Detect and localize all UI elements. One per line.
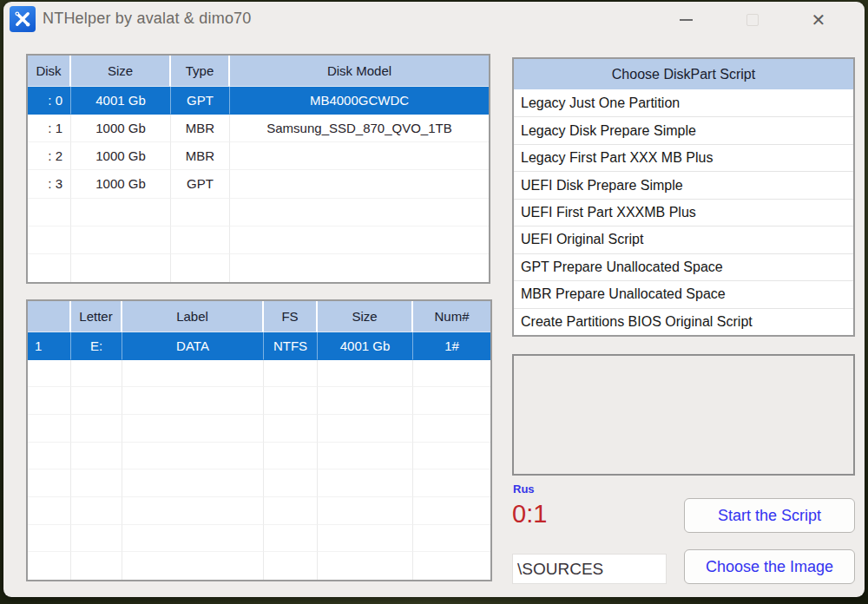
vol-empty-cell xyxy=(264,415,318,443)
vol-row-0-size[interactable]: 4001 Gb xyxy=(318,332,413,360)
diskpart-script-list: Choose DiskPart Script Legacy Just One P… xyxy=(512,57,855,337)
disk-empty-cell xyxy=(28,199,71,226)
vol-header-size: Size xyxy=(318,301,413,332)
disk-row-0-size[interactable]: 4001 Gb xyxy=(71,87,171,115)
disk-empty-cell xyxy=(230,226,489,254)
disk-empty-cell xyxy=(171,226,230,254)
vol-empty-cell xyxy=(28,360,71,388)
app-window: NTHelper by avalat & dimo70 ✕ Disk Size … xyxy=(3,2,865,597)
disk-table: Disk Size Type Disk Model : 0 4001 Gb GP… xyxy=(26,54,490,284)
disk-row-2-disk[interactable]: : 2 xyxy=(28,142,71,170)
language-indicator: Rus xyxy=(513,483,535,496)
app-tools-icon xyxy=(10,6,36,32)
disk-table-header-size: Size xyxy=(71,56,171,87)
disk-empty-cell xyxy=(28,226,71,254)
close-button[interactable]: ✕ xyxy=(799,2,838,38)
disk-empty-cell xyxy=(230,199,489,226)
disk-row-3-type[interactable]: GPT xyxy=(171,170,230,198)
disk-empty-cell xyxy=(171,199,230,226)
choose-image-button[interactable]: Choose the Image xyxy=(684,549,855,584)
vol-empty-cell xyxy=(318,415,413,443)
script-item-legacy-just-one-partition[interactable]: Legacy Just One Partition xyxy=(514,90,853,117)
vol-empty-cell xyxy=(264,443,318,470)
vol-empty-cell xyxy=(28,497,71,525)
script-item-uefi-disk-prepare-simple[interactable]: UEFI Disk Prepare Simple xyxy=(514,172,853,199)
vol-empty-cell xyxy=(28,387,71,415)
disk-row-0-disk[interactable]: : 0 xyxy=(28,87,71,115)
vol-header-label: Label xyxy=(122,301,264,332)
volume-table: Letter Label FS Size Num# 1 E: DATA NTFS… xyxy=(26,299,492,581)
disk-row-2-model[interactable] xyxy=(230,142,489,170)
vol-empty-cell xyxy=(264,387,318,415)
vol-header-letter: Letter xyxy=(71,301,122,332)
disk-table-header-disk: Disk xyxy=(28,56,71,87)
start-script-button[interactable]: Start the Script xyxy=(684,498,855,533)
vol-empty-cell xyxy=(71,525,122,553)
script-item-create-partitions-bios-original-script[interactable]: Create Partitions BIOS Original Script xyxy=(514,309,853,335)
vol-row-0-fs[interactable]: NTFS xyxy=(264,332,318,360)
desktop-background: NTHelper by avalat & dimo70 ✕ Disk Size … xyxy=(0,0,868,604)
vol-row-0-part[interactable]: 1# xyxy=(413,332,490,360)
script-item-uefi-original-script[interactable]: UEFI Original Script xyxy=(514,226,853,253)
disk-table-header-model: Disk Model xyxy=(230,56,489,87)
vol-empty-cell xyxy=(71,552,122,580)
disk-row-0-type[interactable]: GPT xyxy=(171,87,230,115)
disk-empty-cell xyxy=(71,254,171,282)
vol-empty-cell xyxy=(71,443,122,470)
vol-empty-cell xyxy=(413,443,490,470)
vol-empty-cell xyxy=(122,525,264,553)
script-item-legacy-first-part-xxx-mb-plus[interactable]: Legacy First Part XXX MB Plus xyxy=(514,145,853,172)
disk-row-3-model[interactable] xyxy=(230,170,489,198)
vol-empty-cell xyxy=(413,497,490,525)
vol-empty-cell xyxy=(264,525,318,553)
vol-empty-cell xyxy=(28,552,71,580)
disk-row-2-size[interactable]: 1000 Gb xyxy=(71,142,171,170)
script-output-box xyxy=(512,354,855,476)
script-item-legacy-disk-prepare-simple[interactable]: Legacy Disk Prepare Simple xyxy=(514,117,853,144)
vol-empty-cell xyxy=(264,552,318,580)
disk-row-1-model[interactable]: Samsung_SSD_870_QVO_1TB xyxy=(230,115,489,142)
disk-empty-cell xyxy=(171,254,230,282)
minimize-icon xyxy=(680,19,693,21)
script-list-header: Choose DiskPart Script xyxy=(514,59,853,90)
vol-empty-cell xyxy=(318,469,413,497)
vol-header-fs: FS xyxy=(264,301,318,332)
vol-header-num xyxy=(28,301,71,332)
disk-row-3-size[interactable]: 1000 Gb xyxy=(71,170,171,198)
vol-empty-cell xyxy=(318,443,413,470)
disk-empty-cell xyxy=(71,199,171,226)
vol-empty-cell xyxy=(122,415,264,443)
vol-empty-cell xyxy=(413,469,490,497)
vol-empty-cell xyxy=(28,525,71,553)
vol-empty-cell xyxy=(71,360,122,388)
script-item-uefi-first-part-xxxmb-plus[interactable]: UEFI First Part XXXMB Plus xyxy=(514,200,853,226)
minimize-button[interactable] xyxy=(666,2,706,38)
title-bar[interactable]: NTHelper by avalat & dimo70 ✕ xyxy=(3,2,865,38)
vol-empty-cell xyxy=(122,360,264,388)
disk-volume-counter: 0:1 xyxy=(512,500,547,528)
script-item-mbr-prepare-unallocated-space[interactable]: MBR Prepare Unallocated Space xyxy=(514,281,853,308)
maximize-button[interactable] xyxy=(733,2,773,38)
script-item-gpt-prepare-unallocated-space[interactable]: GPT Prepare Unallocated Space xyxy=(514,254,853,281)
vol-empty-cell xyxy=(413,415,490,443)
image-path-input[interactable] xyxy=(512,554,667,584)
disk-row-0-model[interactable]: MB4000GCWDC xyxy=(230,87,489,115)
vol-empty-cell xyxy=(28,415,71,443)
vol-empty-cell xyxy=(264,469,318,497)
vol-empty-cell xyxy=(71,469,122,497)
disk-row-2-type[interactable]: MBR xyxy=(171,142,230,170)
vol-row-0-label[interactable]: DATA xyxy=(122,332,264,360)
disk-row-1-size[interactable]: 1000 Gb xyxy=(71,115,171,142)
close-icon: ✕ xyxy=(812,10,826,30)
vol-row-0-letter[interactable]: E: xyxy=(71,332,122,360)
vol-empty-cell xyxy=(264,360,318,388)
vol-empty-cell xyxy=(318,552,413,580)
disk-row-1-disk[interactable]: : 1 xyxy=(28,115,71,142)
vol-empty-cell xyxy=(122,552,264,580)
vol-row-0-num[interactable]: 1 xyxy=(28,332,71,360)
vol-empty-cell xyxy=(413,525,490,553)
vol-empty-cell xyxy=(122,387,264,415)
disk-row-3-disk[interactable]: : 3 xyxy=(28,170,71,198)
disk-row-1-type[interactable]: MBR xyxy=(171,115,230,142)
vol-empty-cell xyxy=(71,497,122,525)
